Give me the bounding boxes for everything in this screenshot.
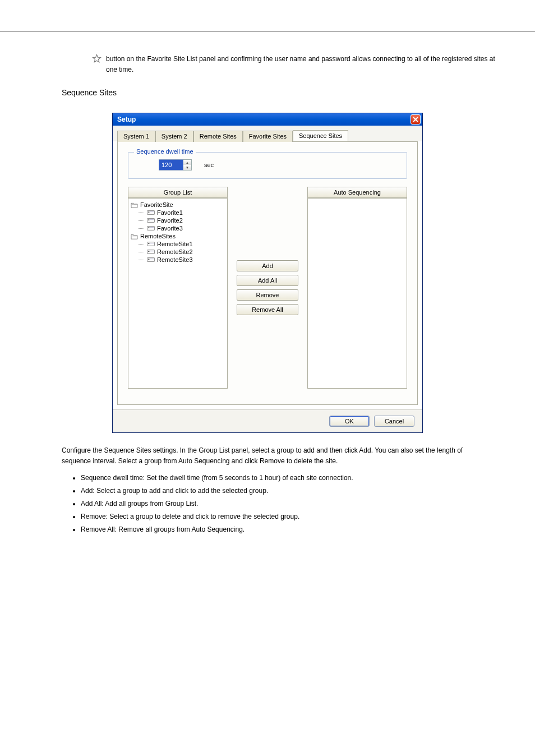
tab-system-1[interactable]: System 1 — [117, 131, 155, 142]
auto-sequencing-list[interactable] — [307, 198, 407, 389]
spinner-down-icon[interactable]: ▼ — [183, 165, 191, 170]
window-title: Setup — [117, 116, 136, 123]
setup-dialog: Setup System 1 System 2 Remote Sites Fav… — [112, 113, 423, 433]
list-item: Sequence dwell time: Set the dwell time … — [81, 472, 473, 485]
device-icon — [147, 241, 155, 247]
description-paragraph: Configure the Sequence Sites settings. I… — [62, 445, 473, 466]
bullet-list: Sequence dwell time: Set the dwell time … — [81, 472, 473, 536]
tree-item[interactable]: Favorite2 — [139, 216, 225, 224]
dwell-time-input[interactable] — [159, 159, 183, 170]
device-icon — [147, 210, 155, 215]
close-icon[interactable] — [411, 114, 421, 125]
group-list-header: Group List — [128, 187, 228, 198]
svg-rect-2 — [150, 212, 154, 213]
device-icon — [147, 218, 155, 223]
svg-rect-11 — [150, 243, 154, 244]
add-all-button[interactable]: Add All — [237, 275, 298, 286]
tree-group[interactable]: FavoriteSite — [131, 201, 225, 209]
remove-button[interactable]: Remove — [237, 289, 298, 301]
tab-remote-sites[interactable]: Remote Sites — [193, 131, 243, 142]
folder-icon — [131, 202, 138, 208]
tree-item[interactable]: Favorite3 — [139, 224, 225, 232]
svg-rect-1 — [148, 212, 150, 213]
device-icon — [147, 249, 155, 255]
section-heading: Sequence Sites — [62, 88, 496, 97]
svg-rect-13 — [148, 251, 150, 252]
svg-rect-17 — [150, 259, 154, 260]
tree-item[interactable]: Favorite1 — [139, 209, 225, 216]
tab-panel: Sequence dwell time ▲ ▼ sec Group List — [117, 141, 418, 405]
tab-sequence-sites[interactable]: Sequence Sites — [293, 130, 348, 141]
svg-rect-7 — [148, 228, 150, 229]
list-item: Add All: Add all groups from Group List. — [81, 497, 473, 510]
dwell-time-fieldset: Sequence dwell time ▲ ▼ sec — [128, 152, 407, 179]
tab-system-2[interactable]: System 2 — [155, 131, 193, 142]
intro-paragraph: button on the Favorite Site List panel a… — [106, 54, 496, 75]
remove-all-button[interactable]: Remove All — [237, 304, 298, 315]
favorite-star-icon — [92, 54, 102, 63]
folder-icon — [131, 233, 138, 239]
svg-rect-5 — [150, 220, 154, 220]
list-item: Add: Select a group to add and click to … — [81, 485, 473, 497]
dwell-time-stepper[interactable]: ▲ ▼ — [159, 159, 192, 170]
tab-bar: System 1 System 2 Remote Sites Favorite … — [113, 126, 422, 141]
svg-rect-4 — [148, 220, 150, 221]
dialog-button-bar: OK Cancel — [113, 409, 422, 432]
list-item: Remove All: Remove all groups from Auto … — [81, 523, 473, 536]
group-list[interactable]: FavoriteSite Favorite1 Favorite2 Fa — [128, 198, 228, 389]
tree-item[interactable]: RemoteSite2 — [139, 248, 225, 256]
cancel-button[interactable]: Cancel — [374, 416, 414, 427]
list-item: Remove: Select a group to delete and cli… — [81, 510, 473, 523]
tree-item[interactable]: RemoteSite3 — [139, 256, 225, 264]
spinner-up-icon[interactable]: ▲ — [183, 160, 191, 165]
tree-group[interactable]: RemoteSites — [131, 232, 225, 240]
tab-favorite-sites[interactable]: Favorite Sites — [243, 131, 293, 142]
auto-sequencing-header: Auto Sequencing — [307, 187, 407, 198]
svg-rect-8 — [150, 228, 154, 228]
dwell-time-legend: Sequence dwell time — [134, 148, 196, 155]
ok-button[interactable]: OK — [329, 416, 370, 427]
device-icon — [147, 225, 155, 231]
titlebar: Setup — [113, 113, 422, 126]
svg-rect-16 — [148, 259, 150, 260]
tree-item[interactable]: RemoteSite1 — [139, 240, 225, 248]
dwell-time-unit: sec — [204, 162, 214, 168]
device-icon — [147, 257, 155, 262]
svg-rect-14 — [150, 251, 154, 252]
add-button[interactable]: Add — [237, 260, 298, 271]
svg-rect-10 — [148, 243, 150, 245]
